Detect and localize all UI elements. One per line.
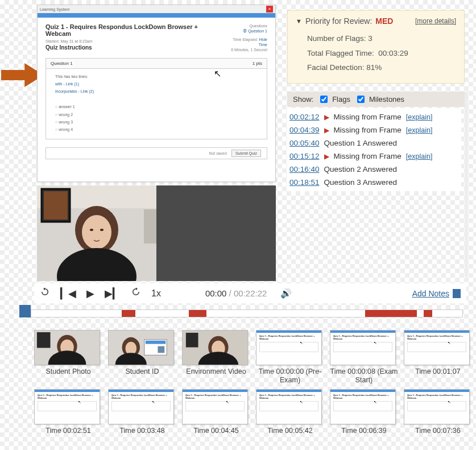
event-time-link[interactable]: 00:15:12 [289,152,320,160]
thumbnail-image[interactable] [108,330,174,365]
explain-link[interactable]: [explain] [406,152,433,160]
thumbnail[interactable]: Quiz 1 - Requires Respondus LockDown Bro… [404,389,472,435]
milestones-checkbox[interactable] [357,96,365,103]
thumbnail-label: Student Photo [34,368,102,376]
thumbnail[interactable]: Quiz 1 - Requires Respondus LockDown Bro… [330,389,398,435]
speed-toggle[interactable]: 1x [151,288,161,299]
thumbnail-image[interactable]: Quiz 1 - Requires Respondus LockDown Bro… [256,330,322,365]
scrollbar[interactable] [465,92,468,277]
thumbnail-label: Student ID [108,368,176,376]
thumbnail-image[interactable]: Quiz 1 - Requires Respondus LockDown Bro… [256,389,322,424]
event-time-link[interactable]: 00:18:51 [289,178,320,187]
thumbnail[interactable]: Student ID [108,330,176,385]
show-label: Show: [293,95,313,104]
svg-rect-14 [37,332,51,348]
submit-quiz-button: Submit Quiz [231,150,261,157]
event-row: 00:02:12▶Missing from Frame[explain] [287,110,461,123]
svg-rect-23 [146,341,165,344]
add-notes-link[interactable]: Add Notes [412,289,461,298]
next-button[interactable]: ▶▎ [105,287,121,300]
flag-icon: ▶ [324,113,329,121]
flag-icon: ▶ [324,152,329,160]
svg-rect-5 [144,209,156,243]
thumbnail[interactable]: Environment Video [182,330,250,385]
flag-icon: ▶ [324,126,329,134]
explain-link[interactable]: [explain] [406,126,433,134]
thumbnail[interactable]: Quiz 1 - Requires Respondus LockDown Bro… [256,389,324,435]
collapse-icon[interactable]: ▼ [296,18,302,24]
quiz-title: Quiz 1 - Requires Respondus LockDown Bro… [45,23,223,37]
thumbnail[interactable]: Quiz 1 - Requires Respondus LockDown Bro… [404,330,472,385]
show-filter-bar: Show: Flags Milestones [287,92,465,107]
thumbnail-image[interactable]: Quiz 1 - Requires Respondus LockDown Bro… [182,389,248,424]
thumbnail-image[interactable]: Quiz 1 - Requires Respondus LockDown Bro… [404,389,470,424]
more-details-link[interactable]: [more details] [415,17,456,25]
thumbnail-label: Time 00:04:45 [182,427,250,435]
flag-segment[interactable] [365,310,417,317]
play-button[interactable]: ▶ [86,287,94,300]
flags-count: 3 [368,34,372,43]
thumbnail-image[interactable] [182,330,248,365]
thumbnail[interactable]: Student Photo [34,330,102,385]
event-row: 00:05:40Question 1 Answered [287,137,461,150]
event-list: 00:02:12▶Missing from Frame[explain]00:0… [287,108,461,191]
thumbnail[interactable]: Quiz 1 - Requires Respondus LockDown Bro… [34,389,102,435]
priority-panel: ▼ Priority for Review: MED [more details… [287,10,465,84]
forward-button[interactable] [131,287,141,300]
thumbnail[interactable]: Quiz 1 - Requires Respondus LockDown Bro… [256,330,324,385]
thumbnail-label: Time 00:05:42 [256,427,324,435]
flags-checkbox[interactable] [320,96,328,103]
rewind-button[interactable] [40,287,50,300]
screen-feed [156,185,276,281]
thumbnail-label: Time 00:00:08 (Exam Start) [330,368,398,385]
timeline-handle[interactable] [19,305,31,317]
event-text: Question 2 Answered [324,165,397,174]
event-time-link[interactable]: 00:16:40 [289,165,320,174]
thumbnail-image[interactable]: Quiz 1 - Requires Respondus LockDown Bro… [404,330,470,365]
explain-link[interactable]: [explain] [406,113,433,121]
flags-filter-label: Flags [332,95,350,104]
thumbnail-label: Environment Video [182,368,250,376]
close-icon: × [266,6,273,13]
thumbnail-grid: Student PhotoStudent IDEnvironment Video… [34,330,472,435]
priority-label: Priority for Review: [305,16,372,26]
svg-point-7 [82,215,111,249]
cursor-icon: ↖ [214,66,221,82]
thumbnail[interactable]: Quiz 1 - Requires Respondus LockDown Bro… [330,330,398,385]
svg-point-8 [90,229,93,231]
thumbnail-label: Time 00:01:07 [404,368,472,376]
thumbnail-label: Time 00:03:48 [108,427,176,435]
thumbnail[interactable]: Quiz 1 - Requires Respondus LockDown Bro… [182,389,250,435]
video-panel [37,185,276,281]
milestones-filter-label: Milestones [369,95,404,104]
flag-segment[interactable] [189,310,207,317]
event-time-link[interactable]: 00:02:12 [289,113,320,121]
svg-marker-12 [136,288,138,291]
facial-detection: 81% [366,63,382,72]
volume-button[interactable]: 🔊 [280,288,292,299]
thumbnail-image[interactable]: Quiz 1 - Requires Respondus LockDown Bro… [34,389,100,424]
thumbnail-image[interactable] [34,330,100,365]
priority-value: MED [375,16,393,26]
question-nav-link: ⦿ Question 1 [223,28,267,34]
event-time-link[interactable]: 00:04:39 [289,126,320,134]
event-row: 00:16:40Question 2 Answered [287,163,461,176]
prev-button[interactable]: ▎◀ [60,287,76,300]
question-header: Question 1 [51,61,73,66]
timeline[interactable] [19,307,466,321]
event-text: Missing from Frame [334,152,402,160]
flag-segment[interactable] [122,310,135,317]
flagged-time: 00:03:29 [378,49,408,57]
thumbnail-image[interactable]: Quiz 1 - Requires Respondus LockDown Bro… [108,389,174,424]
thumbnail[interactable]: Quiz 1 - Requires Respondus LockDown Bro… [108,389,176,435]
thumbnail-image[interactable]: Quiz 1 - Requires Respondus LockDown Bro… [330,330,396,365]
thumbnail-image[interactable]: Quiz 1 - Requires Respondus LockDown Bro… [330,389,396,424]
event-text: Question 1 Answered [324,139,397,147]
event-time-link[interactable]: 00:05:40 [289,139,320,147]
event-text: Missing from Frame [334,113,402,121]
event-text: Missing from Frame [334,126,402,134]
time-display: 00:00 / 00:22:22 [205,288,267,298]
quiz-instructions-label: Quiz Instructions [45,44,223,51]
flag-segment[interactable] [424,310,432,317]
svg-rect-24 [158,346,164,353]
